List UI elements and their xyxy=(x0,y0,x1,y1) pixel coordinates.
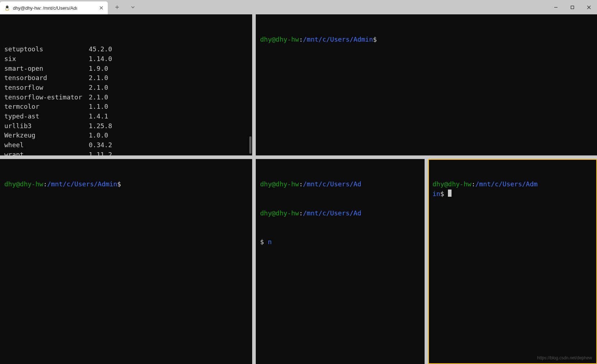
close-button[interactable] xyxy=(580,0,597,14)
pane-top-right[interactable]: dhy@dhy-hw:/mnt/c/Users/Admin$ xyxy=(256,14,597,155)
terminal-grid: setuptools45.2.0six1.14.0smart-open1.9.0… xyxy=(0,14,597,364)
package-name: urllib3 xyxy=(4,121,89,131)
package-version: 1.1.0 xyxy=(89,102,108,112)
prompt-line: dhy@dhy-hw:/mnt/c/Users/Ad xyxy=(260,179,420,189)
package-version: 2.1.0 xyxy=(89,73,108,83)
svg-rect-8 xyxy=(571,6,574,9)
package-row: wheel0.34.2 xyxy=(4,140,248,150)
scrollbar-thumb[interactable] xyxy=(249,136,251,154)
svg-point-6 xyxy=(5,10,7,10)
splitter-vertical-top[interactable] xyxy=(252,14,256,155)
package-row: six1.14.0 xyxy=(4,54,248,64)
prompt-line: dhy@dhy-hw:/mnt/c/Users/Ad xyxy=(260,209,420,218)
package-row: tensorflow-estimator2.1.0 xyxy=(4,93,248,102)
package-version: 2.1.0 xyxy=(89,83,108,93)
package-row: typed-ast1.4.1 xyxy=(4,112,248,121)
package-name: tensorboard xyxy=(4,73,89,83)
package-name: tensorflow-estimator xyxy=(4,93,89,102)
package-name: wrapt xyxy=(4,150,89,155)
package-version: 1.0.0 xyxy=(89,131,108,140)
package-name: tensorflow xyxy=(4,83,89,93)
maximize-button[interactable] xyxy=(564,0,580,14)
package-version: 2.1.0 xyxy=(89,93,108,102)
package-name: typed-ast xyxy=(4,112,89,121)
package-name: Werkzeug xyxy=(4,131,89,140)
svg-point-4 xyxy=(6,7,7,7)
package-name: setuptools xyxy=(4,45,89,54)
tab-title: dhy@dhy-hw: /mnt/c/Users/Adı xyxy=(13,5,96,11)
window-controls xyxy=(547,0,597,14)
package-name: smart-open xyxy=(4,64,89,74)
terminal-cursor xyxy=(448,190,452,197)
package-row: termcolor1.1.0 xyxy=(4,102,248,112)
package-row: tensorboard2.1.0 xyxy=(4,73,248,83)
package-version: 1.11.2 xyxy=(89,150,112,155)
terminal-tab[interactable]: dhy@dhy-hw: /mnt/c/Users/Adı xyxy=(0,1,108,14)
pane-top-left[interactable]: setuptools45.2.0six1.14.0smart-open1.9.0… xyxy=(0,14,252,155)
package-row: smart-open1.9.0 xyxy=(4,64,248,74)
svg-point-5 xyxy=(8,7,8,7)
prompt-line: dhy@dhy-hw:/mnt/c/Users/Admin$ xyxy=(260,35,593,45)
tab-dropdown-button[interactable] xyxy=(126,0,139,14)
package-version: 0.34.2 xyxy=(89,140,112,150)
package-version: 1.9.0 xyxy=(89,64,108,74)
pane-bottom-right-active[interactable]: dhy@dhy-hw:/mnt/c/Users/Admin$ xyxy=(428,159,597,364)
tux-icon xyxy=(4,5,10,11)
package-version: 1.14.0 xyxy=(89,54,112,64)
package-name: wheel xyxy=(4,140,89,150)
pane-bottom-right-group: dhy@dhy-hw:/mnt/c/Users/Ad dhy@dhy-hw:/m… xyxy=(256,159,597,364)
prompt-line: dhy@dhy-hw:/mnt/c/Users/Admin$ xyxy=(4,179,248,189)
package-version: 45.2.0 xyxy=(89,45,112,54)
minimize-button[interactable] xyxy=(547,0,564,14)
package-row: Werkzeug1.0.0 xyxy=(4,131,248,140)
pane-bottom-left[interactable]: dhy@dhy-hw:/mnt/c/Users/Admin$ xyxy=(0,159,252,364)
tab-close-button[interactable] xyxy=(98,5,104,11)
package-row: wrapt1.11.2 xyxy=(4,150,248,155)
package-row: urllib31.25.8 xyxy=(4,121,248,131)
command-input-line: $ n xyxy=(260,237,420,247)
package-version: 1.25.8 xyxy=(89,121,112,131)
package-row: tensorflow2.1.0 xyxy=(4,83,248,93)
package-name: six xyxy=(4,54,89,64)
tab-actions xyxy=(111,0,139,14)
prompt-line: dhy@dhy-hw:/mnt/c/Users/Admin$ xyxy=(432,179,593,199)
splitter-vertical-bottom-right[interactable] xyxy=(425,159,428,364)
package-row: setuptools45.2.0 xyxy=(4,45,248,54)
package-version: 1.4.1 xyxy=(89,112,108,121)
splitter-horizontal[interactable] xyxy=(0,155,597,159)
svg-point-7 xyxy=(8,10,9,10)
splitter-vertical-bottom[interactable] xyxy=(252,159,256,364)
package-name: termcolor xyxy=(4,102,89,112)
pane-bottom-mid[interactable]: dhy@dhy-hw:/mnt/c/Users/Ad dhy@dhy-hw:/m… xyxy=(256,159,425,364)
new-tab-button[interactable] xyxy=(111,0,124,14)
titlebar: dhy@dhy-hw: /mnt/c/Users/Adı xyxy=(0,0,597,14)
